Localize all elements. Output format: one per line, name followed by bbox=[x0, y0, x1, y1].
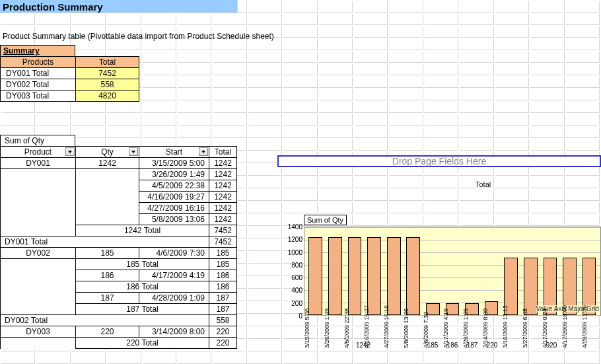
pivot-row[interactable]: 1874/28/2009 1:09187 bbox=[1, 293, 237, 304]
pivot-subtotal-label: 187 Total bbox=[76, 304, 209, 315]
summary-value: 4820 bbox=[76, 91, 139, 102]
pivot-total: 1242 bbox=[209, 169, 237, 180]
pivot-subtotal-label: 1242 Total bbox=[76, 225, 209, 237]
pivot-total: 187 bbox=[209, 293, 237, 304]
pivot-col-product[interactable]: Product bbox=[1, 147, 76, 158]
pivot-product bbox=[1, 293, 76, 304]
pivot-product bbox=[1, 270, 76, 281]
pivot-start: 3/26/2009 1:49 bbox=[139, 169, 209, 180]
col-label: Start bbox=[166, 147, 182, 157]
summary-table: Products Total DY001 Total7452DY002 Tota… bbox=[0, 56, 139, 102]
summary-label: DY002 Total bbox=[1, 79, 76, 91]
pivot-row[interactable]: 1864/17/2009 4:19186 bbox=[1, 270, 237, 281]
pivot-product bbox=[1, 225, 76, 237]
pivot-qty: 185 bbox=[76, 248, 139, 259]
pivot-row[interactable]: 220 Total220 bbox=[1, 338, 237, 349]
col-label: Product bbox=[24, 147, 52, 157]
summary-label: DY003 Total bbox=[1, 91, 76, 102]
pivot-total: 1242 bbox=[209, 158, 237, 169]
summary-row: DY002 Total558 bbox=[1, 79, 139, 91]
pivot-product: DY003 bbox=[1, 326, 76, 338]
pivot-total: 558 bbox=[209, 315, 237, 326]
pivot-product: DY002 bbox=[1, 248, 76, 259]
pivot-start: 3/14/2009 8:00 bbox=[139, 326, 209, 338]
pivot-start: 4/17/2009 4:19 bbox=[139, 270, 209, 281]
pivot-total: 7452 bbox=[209, 225, 237, 237]
summary-label: DY001 Total bbox=[1, 68, 76, 79]
subtitle: Product Summary table (Pivottable data i… bbox=[0, 30, 601, 42]
pivot-product bbox=[1, 338, 76, 349]
summary-row: DY001 Total7452 bbox=[1, 68, 139, 79]
pivot-start: 3/15/2009 5:00 bbox=[139, 158, 209, 169]
pivot-row[interactable]: 3/26/2009 1:491242 bbox=[1, 169, 237, 180]
pivot-total: 185 bbox=[209, 248, 237, 259]
pivot-row[interactable]: 4/5/2009 22:381242 bbox=[1, 180, 237, 192]
pivot-qty bbox=[76, 203, 139, 214]
pivot-row[interactable]: 4/16/2009 19:271242 bbox=[1, 192, 237, 203]
summary-value: 558 bbox=[76, 79, 139, 91]
summary-block: Summary Products Total DY001 Total7452DY… bbox=[0, 45, 601, 102]
pivot-total: 220 bbox=[209, 338, 237, 349]
pivot-total: 1242 bbox=[209, 180, 237, 192]
pivot-start: 4/28/2009 1:09 bbox=[139, 293, 209, 304]
summary-col-total: Total bbox=[76, 57, 139, 68]
pivot-total: 187 bbox=[209, 304, 237, 315]
pivot-col-qty[interactable]: Qty bbox=[76, 147, 139, 158]
pivot-product bbox=[1, 169, 76, 180]
summary-header: Summary bbox=[0, 45, 75, 56]
summary-row: DY003 Total4820 bbox=[1, 91, 139, 102]
pivot-col-start[interactable]: Start bbox=[139, 147, 209, 158]
pivot-product bbox=[1, 259, 76, 270]
pivot-total: 220 bbox=[209, 326, 237, 338]
dropdown-icon[interactable] bbox=[65, 147, 75, 156]
pivot-total: 1242 bbox=[209, 214, 237, 225]
pivot-row[interactable]: 187 Total187 bbox=[1, 304, 237, 315]
pivot-total: 7452 bbox=[209, 237, 237, 248]
pivot-qty: 187 bbox=[76, 293, 139, 304]
pivot-total: 1242 bbox=[209, 192, 237, 203]
pivot-qty: 186 bbox=[76, 270, 139, 281]
pivot-qty: 1242 bbox=[76, 158, 139, 169]
dropdown-icon[interactable] bbox=[129, 147, 138, 156]
pivot-qty bbox=[76, 192, 139, 203]
pivot-grand-label: DY002 Total bbox=[1, 315, 209, 326]
pivot-start: 4/16/2009 19:27 bbox=[139, 192, 209, 203]
pivot-grand-label: DY001 Total bbox=[1, 237, 209, 248]
pivot-product bbox=[1, 214, 76, 225]
pivot-row[interactable]: DY002 Total558 bbox=[1, 315, 237, 326]
pivot-table[interactable]: Product Qty Start Total DY00112423/15/20… bbox=[0, 146, 237, 349]
col-label: Qty bbox=[101, 147, 114, 157]
pivot-qty bbox=[76, 180, 139, 192]
dropdown-icon[interactable] bbox=[199, 147, 208, 156]
pivot-row[interactable]: 186 Total186 bbox=[1, 281, 237, 293]
page-title: Production Summary bbox=[0, 0, 238, 13]
pivot-row[interactable]: 185 Total185 bbox=[1, 259, 237, 270]
summary-col-products: Products bbox=[1, 57, 76, 68]
pivot-col-total: Total bbox=[209, 147, 237, 158]
pivot-product bbox=[1, 180, 76, 192]
pivot-row[interactable]: DY00112423/15/2009 5:001242 bbox=[1, 158, 237, 169]
pivot-row[interactable]: DY0021854/6/2009 7:30185 bbox=[1, 248, 237, 259]
pivot-product bbox=[1, 281, 76, 293]
pivot-row[interactable]: DY0032203/14/2009 8:00220 bbox=[1, 326, 237, 338]
pivot-row[interactable]: DY001 Total7452 bbox=[1, 237, 237, 248]
pivot-qty bbox=[76, 169, 139, 180]
pivot-start: 5/8/2009 13:06 bbox=[139, 214, 209, 225]
pivot-subtotal-label: 220 Total bbox=[76, 338, 209, 349]
pivot-product bbox=[1, 192, 76, 203]
summary-value: 7452 bbox=[76, 68, 139, 79]
pivot-product bbox=[1, 304, 76, 315]
pivot-row[interactable]: 1242 Total7452 bbox=[1, 225, 237, 237]
pivot-area: Sum of Qty Product Qty Start Total DY001… bbox=[0, 135, 601, 349]
pivot-product: DY001 bbox=[1, 158, 76, 169]
pivot-row[interactable]: 4/27/2009 16:161242 bbox=[1, 203, 237, 214]
pivot-measure: Sum of Qty bbox=[0, 135, 75, 146]
pivot-total: 186 bbox=[209, 281, 237, 293]
pivot-row[interactable]: 5/8/2009 13:061242 bbox=[1, 214, 237, 225]
pivot-subtotal-label: 186 Total bbox=[76, 281, 209, 293]
pivot-qty: 220 bbox=[76, 326, 139, 338]
pivot-start: 4/27/2009 16:16 bbox=[139, 203, 209, 214]
pivot-subtotal-label: 185 Total bbox=[76, 259, 209, 270]
pivot-qty bbox=[76, 214, 139, 225]
pivot-total: 185 bbox=[209, 259, 237, 270]
